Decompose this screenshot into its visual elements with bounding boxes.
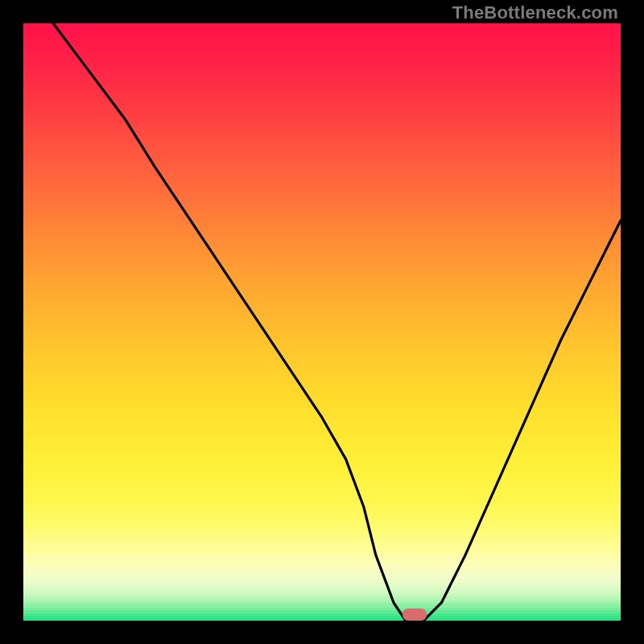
plot-area: [23, 23, 621, 621]
attribution-text: TheBottleneck.com: [452, 2, 618, 23]
gradient-strip: [23, 23, 621, 27]
optimum-marker: [402, 609, 427, 621]
chart-frame: TheBottleneck.com: [0, 0, 644, 644]
